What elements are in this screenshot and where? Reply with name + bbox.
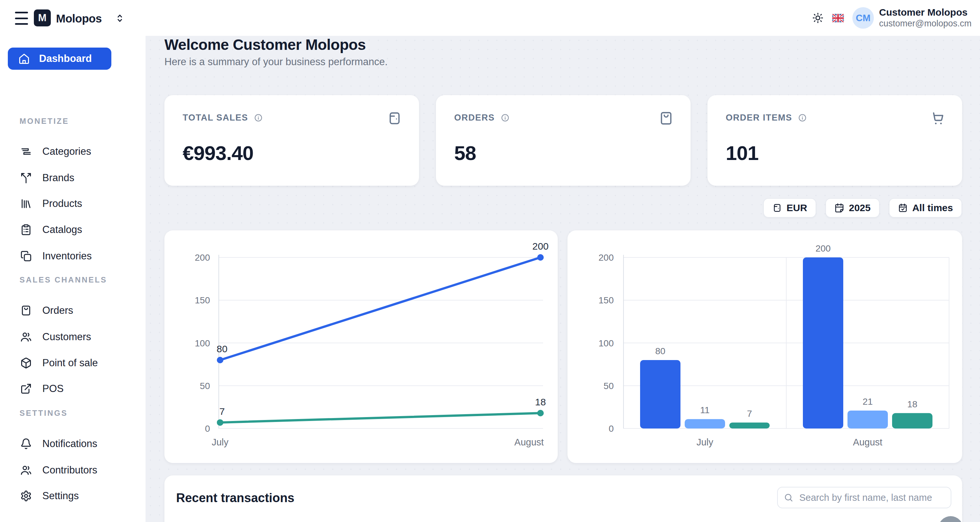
calendar-icon bbox=[834, 203, 844, 213]
svg-text:21: 21 bbox=[862, 397, 873, 407]
total-sales-card: TOTAL SALES €993.40 bbox=[164, 95, 419, 186]
sidebar-item-orders[interactable]: Orders bbox=[0, 301, 146, 320]
uk-flag-icon bbox=[832, 14, 844, 22]
calendar-check-icon bbox=[898, 203, 908, 213]
package-icon bbox=[20, 357, 32, 369]
brand-logo[interactable]: M bbox=[34, 10, 51, 26]
user-name: Customer Molopos bbox=[879, 6, 972, 18]
filter-label: All times bbox=[912, 202, 953, 214]
user-email: customer@molopos.cm bbox=[879, 18, 972, 29]
sidebar-item-categories[interactable]: Categories bbox=[0, 142, 146, 161]
page-title: Welcome Customer Molopos bbox=[164, 36, 366, 53]
svg-text:100: 100 bbox=[195, 338, 210, 348]
svg-text:August: August bbox=[853, 437, 882, 447]
menu-toggle-button[interactable] bbox=[15, 12, 29, 25]
menu-icon bbox=[15, 12, 28, 13]
language-button[interactable] bbox=[832, 14, 844, 22]
svg-text:200: 200 bbox=[816, 243, 831, 254]
sidebar-item-pos[interactable]: POS bbox=[0, 379, 146, 399]
order-items-card: ORDER ITEMS 101 bbox=[708, 95, 962, 186]
top-bar: M Molopos CM bbox=[0, 0, 980, 36]
wallet-icon bbox=[772, 203, 782, 213]
sidebar-item-inventories[interactable]: Inventories bbox=[0, 246, 146, 266]
period-filter-button[interactable]: All times bbox=[889, 198, 962, 218]
search-input[interactable] bbox=[777, 487, 951, 508]
svg-text:11: 11 bbox=[700, 405, 710, 415]
svg-text:July: July bbox=[697, 437, 713, 447]
chevrons-up-down-icon[interactable] bbox=[115, 13, 125, 24]
sales-bar-chart-card: 050100150200July80117August2002118 bbox=[568, 230, 962, 463]
stat-card-header: ORDER ITEMS bbox=[726, 113, 944, 123]
filters-row: EUR 2025 All times bbox=[763, 198, 962, 218]
avatar: CM bbox=[853, 7, 874, 29]
bell-icon bbox=[20, 438, 32, 450]
filter-label: 2025 bbox=[849, 202, 870, 214]
shopping-cart-icon bbox=[930, 111, 945, 126]
stat-label: TOTAL SALES bbox=[183, 113, 248, 123]
copy-icon bbox=[20, 250, 32, 262]
svg-text:150: 150 bbox=[598, 295, 614, 305]
home-icon bbox=[18, 53, 30, 64]
stat-card-header: TOTAL SALES bbox=[183, 113, 401, 123]
sidebar: Dashboard MONETIZE Categories Brands Pro… bbox=[0, 36, 146, 522]
stat-card-header: ORDERS bbox=[454, 113, 672, 123]
sidebar-section-sales-channels: SALES CHANNELS bbox=[19, 275, 107, 284]
sidebar-item-contributors[interactable]: Contributors bbox=[0, 460, 146, 480]
sidebar-item-settings[interactable]: Settings bbox=[0, 486, 146, 506]
page-subtitle: Here is a summary of your business perfo… bbox=[164, 56, 388, 68]
svg-text:80: 80 bbox=[655, 346, 665, 356]
sidebar-item-brands[interactable]: Brands bbox=[0, 168, 146, 188]
sidebar-section-monetize: MONETIZE bbox=[19, 117, 69, 126]
top-right-cluster: CM Customer Molopos customer@molopos.cm bbox=[812, 0, 972, 36]
info-icon[interactable] bbox=[501, 113, 509, 122]
svg-text:July: July bbox=[212, 437, 229, 447]
stat-label: ORDER ITEMS bbox=[726, 113, 792, 123]
sidebar-item-products[interactable]: Products bbox=[0, 194, 146, 214]
stat-value: €993.40 bbox=[183, 141, 253, 164]
svg-text:0: 0 bbox=[609, 424, 614, 434]
svg-text:7: 7 bbox=[747, 409, 752, 419]
sales-line-chart: 050100150200JulyAugust80200718 bbox=[164, 230, 550, 463]
stat-value: 58 bbox=[454, 141, 476, 164]
info-icon[interactable] bbox=[798, 113, 807, 122]
stat-value: 101 bbox=[726, 141, 758, 164]
search-wrap bbox=[777, 487, 951, 508]
sidebar-item-point-of-sale[interactable]: Point of sale bbox=[0, 353, 146, 373]
info-icon[interactable] bbox=[254, 113, 263, 122]
stat-cards-row: TOTAL SALES €993.40 ORDERS 58 ORDER ITEM… bbox=[164, 95, 962, 186]
svg-text:100: 100 bbox=[598, 338, 614, 348]
svg-text:50: 50 bbox=[200, 381, 210, 391]
svg-text:0: 0 bbox=[205, 424, 210, 434]
main-content: Welcome Customer Molopos Here is a summa… bbox=[146, 36, 980, 522]
brand-name: Molopos bbox=[56, 12, 102, 25]
svg-text:50: 50 bbox=[604, 381, 614, 391]
sidebar-item-dashboard[interactable]: Dashboard bbox=[8, 48, 111, 70]
sidebar-section-settings: SETTINGS bbox=[19, 409, 68, 418]
year-filter-button[interactable]: 2025 bbox=[825, 198, 880, 218]
svg-text:August: August bbox=[514, 437, 544, 447]
sidebar-item-customers[interactable]: Customers bbox=[0, 327, 146, 347]
users-icon bbox=[20, 465, 32, 476]
shopping-bag-icon bbox=[20, 305, 32, 316]
sidebar-item-catalogs[interactable]: Catalogs bbox=[0, 220, 146, 239]
categories-icon bbox=[20, 146, 32, 157]
sun-icon bbox=[812, 12, 824, 24]
sales-bar-chart: 050100150200July80117August2002118 bbox=[568, 230, 962, 463]
avatar-initials: CM bbox=[856, 13, 870, 24]
users-icon bbox=[20, 331, 32, 343]
recent-transactions-card: Recent transactions bbox=[164, 476, 962, 522]
gear-icon bbox=[20, 490, 32, 502]
shopping-bag-icon bbox=[659, 111, 674, 126]
svg-text:200: 200 bbox=[532, 241, 549, 252]
theme-toggle-button[interactable] bbox=[812, 12, 824, 24]
currency-filter-button[interactable]: EUR bbox=[763, 198, 816, 218]
sidebar-item-label: Dashboard bbox=[39, 53, 92, 64]
user-info: Customer Molopos customer@molopos.cm bbox=[879, 6, 972, 29]
user-menu[interactable]: CM Customer Molopos customer@molopos.cm bbox=[853, 6, 972, 29]
wallet-icon bbox=[387, 111, 402, 126]
external-link-icon bbox=[20, 383, 32, 394]
recent-transactions-title: Recent transactions bbox=[176, 491, 294, 505]
clipboard-list-icon bbox=[20, 224, 32, 236]
svg-text:200: 200 bbox=[598, 252, 614, 263]
sidebar-item-notifications[interactable]: Notifications bbox=[0, 434, 146, 453]
